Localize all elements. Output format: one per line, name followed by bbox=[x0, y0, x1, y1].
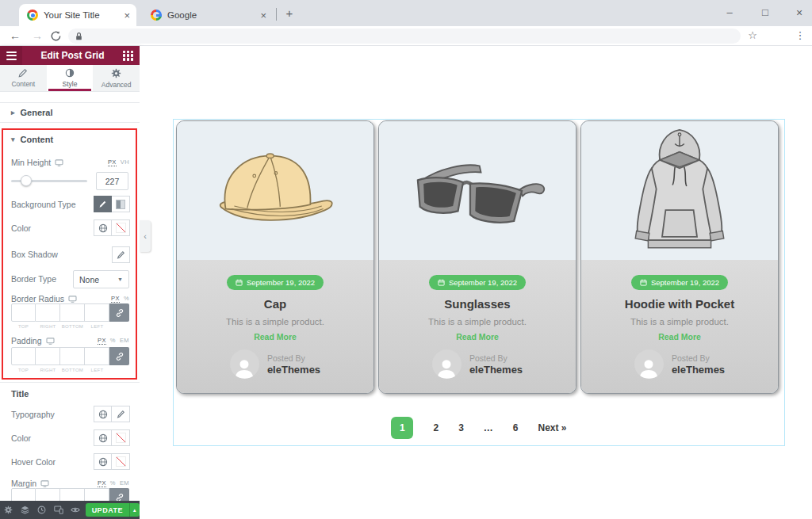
page-3[interactable]: 3 bbox=[458, 422, 464, 433]
author-name[interactable]: eleThemes bbox=[267, 364, 320, 376]
global-typography-icon[interactable] bbox=[94, 406, 112, 422]
post-card-cap[interactable]: September 19, 2022 Cap This is a simple … bbox=[176, 120, 374, 394]
min-height-input[interactable] bbox=[96, 172, 128, 190]
border-radius-left-input[interactable] bbox=[85, 303, 109, 322]
reload-button[interactable] bbox=[51, 28, 68, 44]
color-swatch-none[interactable] bbox=[112, 219, 130, 236]
author-row: Posted By eleThemes bbox=[634, 349, 725, 379]
post-card-sunglasses[interactable]: September 19, 2022 Sunglasses This is a … bbox=[378, 120, 576, 394]
settings-icon[interactable] bbox=[0, 506, 17, 514]
section-title[interactable]: Title bbox=[11, 389, 29, 399]
padding-inputs bbox=[11, 347, 129, 365]
responsive-monitor-icon[interactable] bbox=[46, 338, 55, 345]
calendar-icon bbox=[640, 279, 647, 286]
hamburger-menu-icon[interactable] bbox=[0, 46, 22, 65]
link-values-chain-icon[interactable] bbox=[109, 303, 129, 322]
browser-tab-site[interactable]: Your Site Title × bbox=[19, 4, 136, 26]
border-radius-top-input[interactable] bbox=[11, 303, 36, 322]
history-icon[interactable] bbox=[33, 506, 50, 514]
section-general[interactable]: ▸ General bbox=[0, 102, 140, 123]
read-more-link[interactable]: Read More bbox=[254, 332, 297, 342]
margin-units[interactable]: PX % EM bbox=[98, 479, 129, 487]
responsive-monitor-icon[interactable] bbox=[68, 296, 77, 303]
global-color-icon[interactable] bbox=[94, 219, 112, 236]
caret-right-icon: ▸ bbox=[11, 109, 15, 116]
read-more-link[interactable]: Read More bbox=[456, 332, 499, 342]
border-radius-units[interactable]: PX % bbox=[111, 295, 129, 303]
color-swatch-none[interactable] bbox=[112, 453, 130, 470]
cap-illustration bbox=[200, 135, 350, 246]
post-title[interactable]: Cap bbox=[264, 297, 286, 311]
pencil-icon bbox=[18, 68, 28, 78]
border-radius-bottom-input[interactable] bbox=[60, 303, 85, 322]
border-type-select[interactable]: None ▼ bbox=[73, 270, 129, 288]
responsive-mode-icon[interactable] bbox=[51, 506, 67, 514]
responsive-monitor-icon[interactable] bbox=[55, 159, 63, 166]
bookmark-star-icon[interactable]: ☆ bbox=[744, 28, 761, 44]
min-height-units[interactable]: PX VH bbox=[108, 158, 129, 166]
posted-by-label: Posted By bbox=[267, 353, 320, 363]
global-color-icon[interactable] bbox=[94, 429, 112, 446]
tab-style[interactable]: Style bbox=[47, 65, 94, 91]
date-badge[interactable]: September 19, 2022 bbox=[429, 275, 526, 290]
chrome-favicon bbox=[27, 10, 38, 21]
forward-button[interactable]: → bbox=[29, 28, 46, 44]
page-6[interactable]: 6 bbox=[513, 422, 519, 433]
background-type-label: Background Type bbox=[11, 200, 76, 209]
navigator-layers-icon[interactable] bbox=[17, 506, 33, 514]
address-bar[interactable] bbox=[68, 29, 741, 44]
author-name[interactable]: eleThemes bbox=[469, 364, 523, 376]
padding-top-input[interactable] bbox=[11, 347, 36, 365]
tab-content[interactable]: Content bbox=[0, 65, 47, 91]
padding-right-input[interactable] bbox=[36, 347, 60, 365]
color-swatch-none[interactable] bbox=[112, 429, 130, 446]
min-height-slider-handle[interactable] bbox=[21, 175, 32, 186]
new-tab-button[interactable]: + bbox=[282, 6, 297, 21]
page-1-active[interactable]: 1 bbox=[391, 417, 413, 439]
typography-label: Typography bbox=[11, 410, 55, 419]
browser-menu-icon[interactable]: ⋮ bbox=[791, 28, 809, 44]
browser-tab-google[interactable]: Google × bbox=[143, 4, 273, 26]
tab-advanced[interactable]: Advanced bbox=[93, 65, 140, 91]
read-more-link[interactable]: Read More bbox=[658, 332, 701, 342]
author-name[interactable]: eleThemes bbox=[672, 364, 725, 376]
tab-close-icon[interactable]: × bbox=[260, 10, 266, 21]
box-shadow-edit-icon[interactable] bbox=[112, 246, 130, 263]
post-title[interactable]: Sunglasses bbox=[444, 297, 510, 311]
window-maximize-button[interactable]: □ bbox=[753, 3, 777, 22]
tab-close-icon[interactable]: × bbox=[124, 10, 130, 21]
section-content[interactable]: ▾ Content bbox=[11, 135, 53, 144]
classic-background-brush-icon[interactable] bbox=[94, 196, 112, 212]
date-badge[interactable]: September 19, 2022 bbox=[227, 275, 324, 290]
border-radius-side-labels: TOP RIGHT BOTTOM LEFT bbox=[11, 324, 109, 329]
border-radius-right-input[interactable] bbox=[36, 303, 60, 322]
panel-collapse-handle[interactable]: ‹ bbox=[140, 220, 151, 252]
elementor-panel: Edit Post Grid Content Style Advanced ▸ … bbox=[0, 46, 140, 519]
update-button[interactable]: UPDATE bbox=[86, 503, 129, 517]
post-title[interactable]: Hoodie with Pocket bbox=[625, 297, 734, 311]
window-close-button[interactable]: × bbox=[787, 3, 811, 22]
next-page-link[interactable]: Next » bbox=[538, 422, 567, 433]
link-values-chain-icon[interactable] bbox=[109, 347, 129, 365]
padding-bottom-input[interactable] bbox=[60, 347, 85, 365]
global-color-icon[interactable] bbox=[94, 453, 112, 470]
post-card-body: September 19, 2022 Sunglasses This is a … bbox=[379, 260, 576, 394]
update-options-caret-icon[interactable]: ▲ bbox=[129, 503, 140, 517]
padding-units[interactable]: PX % EM bbox=[98, 337, 129, 345]
gradient-background-icon[interactable] bbox=[112, 196, 130, 212]
gear-icon bbox=[111, 68, 121, 78]
calendar-icon bbox=[438, 279, 445, 286]
page-2[interactable]: 2 bbox=[433, 422, 439, 433]
page-ellipsis: … bbox=[484, 422, 493, 433]
preview-eye-icon[interactable] bbox=[67, 506, 84, 514]
date-badge[interactable]: September 19, 2022 bbox=[631, 275, 728, 290]
post-card-hoodie[interactable]: September 19, 2022 Hoodie with Pocket Th… bbox=[580, 120, 779, 394]
padding-left-input[interactable] bbox=[85, 347, 109, 365]
posted-by-label: Posted By bbox=[672, 353, 725, 363]
window-minimize-button[interactable]: – bbox=[718, 3, 741, 22]
back-button[interactable]: ← bbox=[6, 28, 24, 44]
typography-edit-icon[interactable] bbox=[112, 406, 130, 422]
responsive-monitor-icon[interactable] bbox=[40, 480, 49, 487]
widgets-grid-icon[interactable] bbox=[123, 51, 133, 61]
product-image bbox=[177, 121, 373, 260]
